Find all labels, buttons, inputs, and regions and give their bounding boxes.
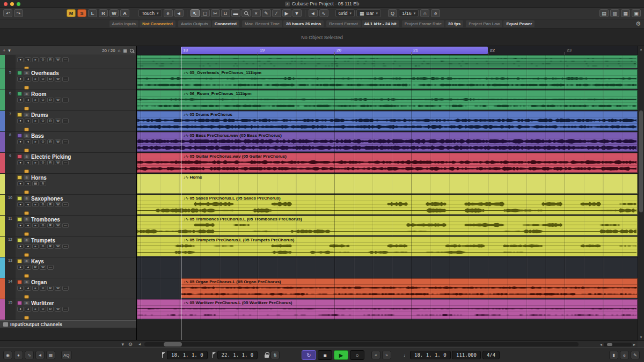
track-record-button[interactable]: ● [17, 286, 24, 291]
track-edit-button[interactable]: e [32, 57, 39, 62]
timeline-track-row[interactable]: ♪∿05 Organ PreChorus.L (05 Organ PreChor… [137, 278, 638, 299]
track-read-button[interactable]: R [47, 244, 54, 249]
track-record-button[interactable]: ● [17, 119, 24, 123]
track-freeze-button[interactable]: ⊙ [40, 223, 46, 228]
track-read-button[interactable]: R [47, 307, 54, 312]
track-more-button[interactable]: ⋯ [47, 265, 54, 270]
track-write-button[interactable]: W [40, 265, 46, 270]
draw-tool-button[interactable]: ✎ [262, 9, 271, 17]
track-more-button[interactable]: ⋯ [62, 223, 69, 228]
line-tool-button[interactable]: ∕ [272, 9, 281, 17]
write-automation-button[interactable]: W [109, 9, 119, 17]
track-monitor-button[interactable]: ◂ [25, 223, 31, 228]
undo-button[interactable]: ↶ [3, 9, 12, 17]
track-freeze-button[interactable]: ⊙ [40, 244, 46, 249]
workspace-layout-3-button[interactable]: ▦ [621, 9, 630, 17]
track-read-button[interactable]: R [47, 77, 54, 82]
track-more-button[interactable]: ⋯ [62, 307, 69, 312]
track-list-item[interactable]: 9≋Electric Picking●◂e⊙RW⋯ [0, 153, 136, 174]
track-monitor-button[interactable]: ◂ [25, 244, 31, 249]
track-freeze-button[interactable]: ⊙ [40, 139, 46, 144]
search-icon[interactable] [130, 49, 134, 53]
track-list-item[interactable]: 7≋Drums●◂e⊙RW⋯ [0, 111, 136, 132]
track-write-button[interactable]: W [55, 307, 61, 312]
audio-event[interactable]: ♪∿05_Overheads_PreChorus_111bpm [137, 69, 638, 89]
audio-event[interactable]: ♪∿05 Guitar PreChorus.wav (05 Guitar Pre… [137, 153, 638, 173]
automation-indicator[interactable] [24, 67, 29, 69]
cycle-button[interactable]: ↻ [302, 350, 316, 360]
track-freeze-button[interactable]: ⊙ [40, 57, 46, 62]
audio-event[interactable]: ♪∿05 Saxes PreChorus.L (05 Saxes PreChor… [137, 195, 638, 215]
automation-indicator[interactable] [24, 316, 29, 320]
status-value[interactable]: Connected [212, 20, 239, 27]
edit-channel-button[interactable]: e [620, 351, 629, 359]
timeline-track-row[interactable]: ♪∿05 Bass PreChorus.wav (05 Bass PreChor… [137, 132, 638, 153]
track-list-item[interactable]: 6≋Room●◂e⊙RW⋯ [0, 90, 136, 111]
track-list-item[interactable]: 13≋Keys●◂RW⋯ [0, 257, 136, 278]
track-list-settings-gear-icon[interactable]: ⚙ [128, 342, 133, 347]
horizontal-zoom-slider[interactable] [604, 343, 632, 346]
track-edit-button[interactable]: e [32, 223, 39, 228]
track-record-button[interactable]: ● [17, 244, 24, 249]
track-freeze-button[interactable]: ⊙ [40, 202, 46, 207]
record-mode-icon[interactable]: ● [14, 351, 23, 359]
track-record-button[interactable]: ● [17, 77, 24, 82]
zoom-in-arrow[interactable]: ▸ [633, 342, 635, 347]
track-list-item[interactable]: 14≋Organ●◂e⊙RW⋯ [0, 278, 136, 299]
nudge-forward-button[interactable]: » [382, 351, 391, 359]
zoom-tool-button[interactable] [241, 9, 251, 17]
audition-button[interactable]: ◄ [309, 9, 318, 17]
snap-magnet-button[interactable]: ∩ [420, 9, 429, 17]
audio-event[interactable]: ♪∿05 Bass PreChorus.wav (05 Bass PreChor… [137, 132, 638, 152]
track-read-button[interactable]: R [47, 160, 54, 165]
quantize-select[interactable]: 1/16▾ [399, 9, 419, 17]
record-button[interactable]: ○ [350, 350, 364, 360]
audio-quantize-button[interactable]: AQ [61, 351, 72, 359]
io-channels-row[interactable]: Input/Output Channels [0, 320, 136, 328]
time-signature-display[interactable]: 4/4 [482, 351, 500, 359]
track-freeze-button[interactable]: ⊙ [40, 98, 46, 102]
stop-button[interactable]: ■ [318, 350, 332, 360]
track-monitor-button[interactable]: ◂ [25, 139, 31, 144]
grid-icon[interactable]: ▦ [123, 48, 127, 53]
track-record-button[interactable]: ● [17, 181, 24, 186]
track-read-button[interactable]: R [32, 265, 39, 270]
monitor-button[interactable]: ◄ [174, 9, 184, 17]
track-list-item[interactable]: 12≋Trumpets●◂e⊙RW⋯ [0, 237, 136, 257]
track-record-button[interactable]: ● [17, 98, 24, 102]
track-monitor-button[interactable]: ◂ [25, 160, 31, 165]
track-write-button[interactable]: W [55, 139, 61, 144]
timeline-track-row[interactable]: ♪∿06_Room_PreChorus_111bpm [137, 90, 638, 111]
track-more-button[interactable]: ⋯ [62, 57, 69, 62]
horizontal-scrollbar[interactable] [144, 342, 579, 346]
automation-indicator[interactable] [24, 274, 29, 278]
automation-indicator[interactable] [24, 86, 29, 90]
automation-mode-select[interactable]: Touch▾ [138, 9, 162, 17]
track-monitor-button[interactable]: ◂ [25, 57, 31, 62]
automation-indicator[interactable] [24, 295, 29, 299]
track-monitor-button[interactable]: ◂ [25, 265, 31, 270]
erase-tool-button[interactable]: ▬ [231, 9, 240, 17]
zoom-out-arrow[interactable]: ◂ [600, 342, 602, 347]
left-locator-value[interactable]: 18. 1. 1. 0 [167, 351, 208, 359]
tempo-display[interactable]: 111.000 [452, 351, 481, 359]
audio-event[interactable]: ♪∿06_Room_PreChorus_111bpm [137, 90, 638, 110]
track-edit-button[interactable]: e [32, 160, 39, 165]
timeline-ruler[interactable]: 181920212223 [137, 46, 638, 55]
automation-indicator[interactable] [24, 232, 29, 236]
range-tool-button[interactable]: ▢ [201, 9, 210, 17]
home-icon[interactable]: ⌂ [118, 48, 121, 53]
scroll-up-arrow[interactable]: ▴ [638, 46, 644, 52]
timeline-track-row[interactable]: ♪∿05 Wurlitzer PreChorus.L (05 Wurlitzer… [137, 299, 638, 320]
constrain-delay-icon[interactable]: ◉ [3, 351, 12, 359]
right-locator-value[interactable]: 22. 1. 1. 0 [217, 351, 258, 359]
track-record-button[interactable]: ● [17, 57, 24, 62]
audio-event[interactable]: ♪∿05 Organ PreChorus.L (05 Organ PreChor… [181, 278, 638, 298]
timeline-track-row[interactable] [137, 55, 638, 69]
track-more-button[interactable]: ⋯ [62, 119, 69, 123]
lock-icon[interactable] [265, 354, 269, 358]
timeline-track-row[interactable]: ♪∿05 Guitar PreChorus.wav (05 Guitar Pre… [137, 153, 638, 174]
horizontal-scroll-thumb[interactable] [164, 342, 182, 346]
track-monitor-button[interactable]: ◂ [25, 119, 31, 123]
track-record-button[interactable]: ● [17, 265, 24, 270]
